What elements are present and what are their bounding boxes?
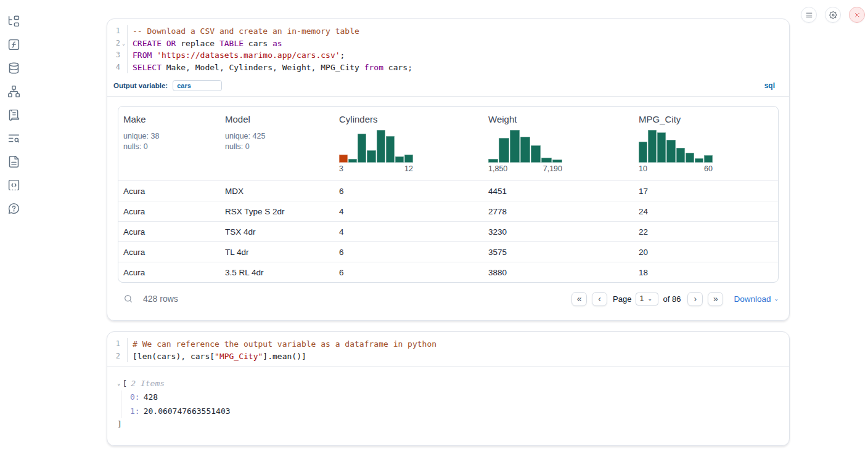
list-output-header: ⌄ [ 2 Items <box>117 377 779 389</box>
sidebar-table-search-button[interactable] <box>6 131 21 145</box>
output-variable-input[interactable] <box>173 80 222 91</box>
axis-max-label: 7,190 <box>543 164 562 173</box>
token-str: 'https://datasets.marimo.app/cars.csv' <box>157 51 340 60</box>
prev-page-button[interactable]: ‹ <box>592 292 607 306</box>
column-stat: unique: 38 <box>123 131 220 142</box>
sidebar-file-explorer-button[interactable] <box>6 14 21 28</box>
line-number: 1 <box>116 338 120 350</box>
python-cell-output: ⌄ [ 2 Items 0:4281:20.060747663551403 ] <box>107 366 789 445</box>
column-stats: unique: 425nulls: 0 <box>225 131 334 152</box>
column-title: Make <box>123 114 220 124</box>
collapse-chevron-icon[interactable]: ⌄ <box>117 380 120 386</box>
page-label: Page <box>613 294 631 304</box>
table-cell: TL 4dr <box>220 248 334 257</box>
table-cell: 6 <box>334 187 483 196</box>
token-comment: -- Download a CSV and create an in-memor… <box>133 26 359 36</box>
menu-button[interactable] <box>801 7 817 23</box>
token-kw: SELECT <box>133 63 162 72</box>
line-number-gutter: 1 <box>107 338 128 350</box>
open-bracket: [ <box>122 379 127 388</box>
column-header-make[interactable]: Makeunique: 38nulls: 0 <box>118 114 220 173</box>
histogram-bar <box>686 153 694 163</box>
table-cell: 18 <box>634 268 778 277</box>
table-cell: Acura <box>118 187 220 196</box>
table-cell: 3880 <box>483 268 634 277</box>
pagination: « ‹ Page 1 ⌄ of 86 › » Download ⌄ <box>571 292 779 306</box>
histogram-bar <box>657 132 666 163</box>
gear-icon <box>829 11 837 19</box>
column-header-cylinders[interactable]: Cylinders312 <box>334 114 483 173</box>
column-stats: unique: 38nulls: 0 <box>123 131 220 152</box>
histogram-axis: 1060 <box>639 164 713 173</box>
table-cell: TSX 4dr <box>220 227 334 237</box>
line-number: 4 <box>116 62 120 74</box>
column-title: MPG_City <box>639 114 778 124</box>
code-text: -- Download a CSV and create an in-memor… <box>128 25 359 38</box>
histogram-bar <box>339 155 348 163</box>
notebook-actions <box>801 7 865 23</box>
histogram-bar <box>666 140 675 163</box>
histogram-bar <box>404 155 413 163</box>
table-cell: 6 <box>334 248 483 257</box>
table-footer: 428 rows « ‹ Page 1 ⌄ of 86 › » Download… <box>118 289 779 308</box>
histogram-bar <box>510 130 520 163</box>
table-search-button[interactable] <box>123 294 133 304</box>
sidebar-datasources-button[interactable] <box>6 60 21 75</box>
list-item: 0:428 <box>130 390 779 405</box>
chevron-down-icon: ⌄ <box>647 296 652 302</box>
histogram-bar <box>348 159 357 163</box>
table-row: Acura3.5 RL 4dr6388018 <box>118 262 778 282</box>
histogram-bars <box>339 130 413 163</box>
sql-code-editor[interactable]: 1-- Download a CSV and create an in-memo… <box>107 19 789 78</box>
token-kw: TABLE <box>219 39 244 48</box>
settings-button[interactable] <box>825 7 841 23</box>
table-cell: Acura <box>118 268 220 277</box>
column-stat: nulls: 0 <box>225 142 334 152</box>
last-page-button[interactable]: » <box>708 292 723 306</box>
axis-min-label: 3 <box>339 164 343 173</box>
line-number-gutter: 1 <box>107 25 128 38</box>
file-tree-icon <box>7 15 20 28</box>
code-line: 4SELECT Make, Model, Cylinders, Weight, … <box>107 62 789 74</box>
sidebar-help-button[interactable] <box>6 201 21 216</box>
table-cell: RSX Type S 2dr <box>220 207 334 216</box>
code-line: 2[len(cars), cars["MPG_City"].mean()] <box>107 350 789 363</box>
page-select[interactable]: 1 ⌄ <box>636 293 658 305</box>
download-button[interactable]: Download ⌄ <box>734 294 779 304</box>
histogram-bars <box>639 130 713 163</box>
histogram-bar <box>377 130 385 163</box>
token-kw: from <box>364 63 383 72</box>
code-line: 1-- Download a CSV and create an in-memo… <box>107 25 789 38</box>
table-row: AcuraRSX Type S 2dr4277824 <box>118 201 778 221</box>
histogram-bar <box>639 142 647 163</box>
shutdown-button[interactable] <box>849 7 865 23</box>
token-kw: FROM <box>133 51 152 60</box>
table-cell: 6 <box>334 268 483 277</box>
chevron-down-icon: ⌄ <box>774 296 779 302</box>
page-select-value: 1 <box>639 294 644 303</box>
code-line: 2⌄CREATE OR replace TABLE cars as <box>107 38 789 50</box>
token-plain <box>152 51 157 60</box>
sidebar-variables-button[interactable] <box>6 37 21 52</box>
table-cell: Acura <box>118 248 220 257</box>
column-stat: unique: 425 <box>225 131 334 142</box>
histogram-axis: 1,8507,190 <box>488 164 562 173</box>
first-page-button[interactable]: « <box>571 292 587 306</box>
column-header-weight[interactable]: Weight1,8507,190 <box>483 114 634 173</box>
column-header-model[interactable]: Modelunique: 425nulls: 0 <box>220 114 334 173</box>
next-page-button[interactable]: › <box>687 292 703 306</box>
code-line: 1# We can reference the output variable … <box>107 338 789 350</box>
sidebar-documentation-button[interactable] <box>6 154 21 169</box>
column-histogram: 312 <box>339 130 413 173</box>
line-number-gutter: 4 <box>107 62 128 74</box>
hamburger-menu-icon <box>805 11 813 19</box>
list-item-index: 1: <box>130 407 140 416</box>
column-header-mpg_city[interactable]: MPG_City1060 <box>634 114 778 173</box>
sidebar-snippets-button[interactable] <box>6 177 21 192</box>
table-cell: Acura <box>118 207 220 216</box>
sidebar-dependency-graph-button[interactable] <box>6 84 21 99</box>
python-code-editor[interactable]: 1# We can reference the output variable … <box>107 332 789 366</box>
fold-chevron-icon[interactable]: ⌄ <box>120 38 127 50</box>
database-icon <box>7 62 20 75</box>
sidebar-logs-button[interactable] <box>6 107 21 122</box>
